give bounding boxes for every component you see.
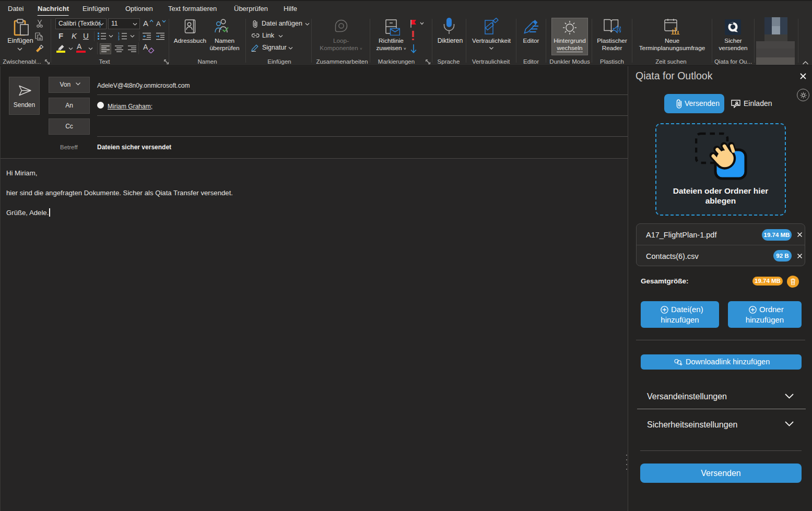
svg-text:3: 3 [118,38,120,40]
